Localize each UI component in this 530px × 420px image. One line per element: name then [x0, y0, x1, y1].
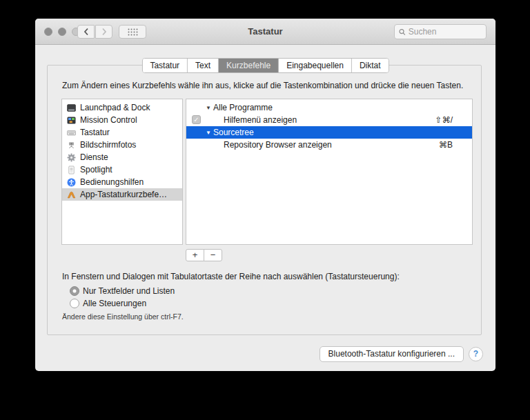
radio-unselected-icon[interactable] [70, 299, 79, 308]
sidebar-item-app-tastaturkurzbefehle[interactable]: App-Tastaturkurzbefe… [62, 188, 182, 201]
group-label: Alle Programme [213, 103, 273, 112]
sidebar-item-label: Mission Control [80, 115, 137, 125]
checkbox-checked[interactable]: ✓ [192, 115, 201, 124]
screenshot-icon [67, 141, 76, 150]
sidebar-item-label: Dienste [80, 152, 108, 162]
tab-kurzbefehle[interactable]: Kurzbefehle [219, 59, 279, 72]
sidebar-item-spotlight[interactable]: Spotlight [62, 163, 182, 176]
shortcut-group-row-selected[interactable]: ▼ Sourcetree [186, 126, 472, 139]
group-label: Sourcetree [213, 128, 254, 137]
sidebar-item-label: Bedienungshilfen [80, 177, 144, 187]
app-shortcuts-icon [67, 190, 76, 199]
radio-option-all-controls[interactable]: Alle Steuerungen [70, 299, 146, 308]
services-gear-icon [67, 153, 76, 162]
shortcut-item-row[interactable]: Repository Browser anzeigen ⌘B [186, 139, 472, 151]
tab-text[interactable]: Text [188, 59, 219, 72]
radio-option-textfields[interactable]: Nur Textfelder und Listen [70, 286, 175, 296]
tab-eingabequellen[interactable]: Eingabequellen [279, 59, 352, 72]
shortcut-keys[interactable]: ⇧⌘/ [435, 115, 453, 125]
sidebar-item-label: Launchpad & Dock [80, 103, 150, 112]
shortcut-list[interactable]: ▼ Alle Programme ✓ Hilfemenü anzeigen ⇧⌘… [186, 99, 473, 245]
spotlight-icon [67, 166, 76, 174]
keyboard-nav-description: In Fenstern und Dialogen mit Tabulatorta… [62, 272, 400, 281]
sidebar-item-launchpad-dock[interactable]: Launchpad & Dock [62, 101, 182, 114]
sidebar-item-label: Tastatur [80, 128, 110, 137]
shortcut-keys[interactable]: ⌘B [439, 140, 453, 150]
search-field[interactable] [394, 24, 487, 39]
mission-control-icon [67, 116, 76, 125]
setting-hint-text: Ändere diese Einstellung über ctrl-F7. [62, 312, 184, 321]
sidebar-item-label: Spotlight [80, 165, 112, 174]
shortcut-group-row[interactable]: ▼ Alle Programme [186, 101, 472, 114]
shortcuts-panel: Zum Ändern eines Kurzbefehls wähle ihn a… [47, 65, 482, 335]
sidebar-item-mission-control[interactable]: Mission Control [62, 114, 182, 126]
sidebar-item-label: Bildschirmfotos [80, 140, 136, 150]
tab-tastatur[interactable]: Tastatur [142, 59, 188, 72]
instruction-text: Zum Ändern eines Kurzbefehls wähle ihn a… [62, 81, 469, 90]
sidebar-item-tastatur[interactable]: Tastatur [62, 126, 182, 139]
sidebar-item-bedienungshilfen[interactable]: Bedienungshilfen [62, 176, 182, 188]
tab-bar: Tastatur Text Kurzbefehle Eingabequellen… [141, 58, 389, 73]
shortcut-item-row[interactable]: ✓ Hilfemenü anzeigen ⇧⌘/ [186, 114, 472, 126]
search-input[interactable] [409, 27, 482, 37]
sidebar-item-bildschirmfotos[interactable]: Bildschirmfotos [62, 139, 182, 151]
radio-label: Alle Steuerungen [83, 299, 146, 308]
disclosure-triangle-icon[interactable]: ▼ [206, 105, 213, 111]
titlebar: Tastatur [35, 19, 495, 45]
disclosure-triangle-icon[interactable]: ▼ [206, 130, 213, 136]
sidebar-item-dienste[interactable]: Dienste [62, 151, 182, 163]
bluetooth-keyboard-button[interactable]: Bluetooth-Tastatur konfigurieren ... [320, 346, 464, 362]
help-button[interactable]: ? [469, 347, 483, 361]
shortcut-label: Hilfemenü anzeigen [224, 115, 297, 125]
add-remove-controls: + − [186, 249, 222, 261]
launchpad-dock-icon [67, 103, 76, 112]
add-shortcut-button[interactable]: + [186, 249, 204, 261]
search-icon [399, 28, 406, 36]
radio-label: Nur Textfelder und Listen [83, 286, 175, 296]
keyboard-icon [67, 128, 76, 137]
system-preferences-window: Tastatur Tastatur Text Kurzbefehle Einga… [35, 19, 495, 371]
remove-shortcut-button[interactable]: − [204, 249, 222, 261]
tab-diktat[interactable]: Diktat [352, 59, 389, 72]
shortcut-label: Repository Browser anzeigen [224, 140, 332, 150]
sidebar-item-label: App-Tastaturkurzbefe… [80, 190, 167, 199]
category-list[interactable]: Launchpad & Dock Mission Control Tastatu… [61, 99, 183, 245]
accessibility-icon [67, 178, 76, 187]
radio-selected-icon[interactable] [70, 286, 79, 296]
